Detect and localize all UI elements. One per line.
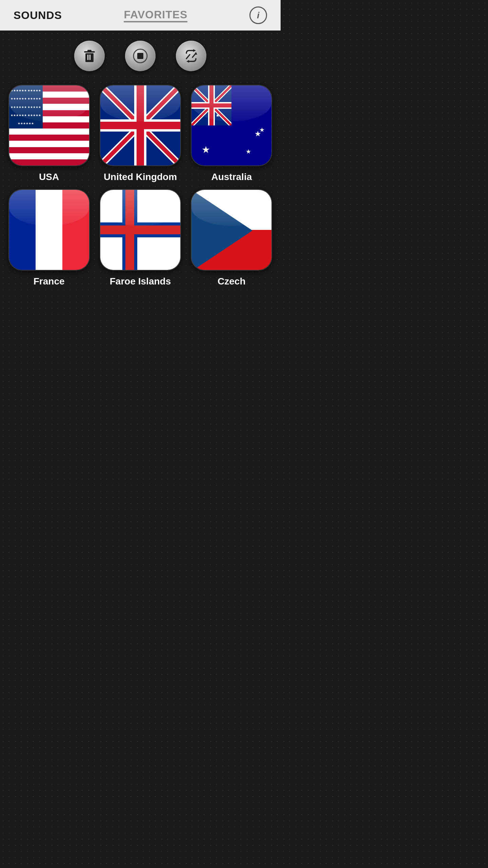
svg-marker-9 — [186, 60, 189, 63]
svg-marker-10 — [195, 52, 197, 55]
info-button[interactable]: i — [249, 6, 267, 24]
tab-favorites[interactable]: FAVORITES — [124, 8, 187, 21]
flag-item-australia[interactable]: ★ ★ ★ ★ ★ Australia — [189, 85, 274, 182]
flag-label-france: France — [34, 276, 65, 287]
tab-sounds[interactable]: SOUNDS — [14, 9, 62, 22]
info-icon: i — [257, 10, 259, 21]
delete-button[interactable] — [74, 41, 105, 71]
flag-item-usa[interactable]: ★★★★★★ ★★★★★ ★★★★★★ ★★★★★ ★★★★★★ ★★★★★ ★… — [7, 85, 91, 182]
shuffle-button[interactable] — [176, 41, 206, 71]
flag-icon-usa: ★★★★★★ ★★★★★ ★★★★★★ ★★★★★ ★★★★★★ ★★★★★ ★… — [8, 85, 90, 166]
flag-icon-australia: ★ ★ ★ ★ ★ — [191, 85, 272, 166]
flag-item-czech[interactable]: Czech — [189, 189, 274, 287]
flag-icon-faroe — [100, 189, 181, 271]
flag-label-usa: USA — [39, 172, 59, 182]
svg-rect-1 — [87, 50, 92, 52]
flag-label-australia: Australia — [211, 172, 252, 182]
flag-label-uk: United Kingdom — [104, 172, 177, 182]
header: SOUNDS FAVORITES i — [0, 0, 281, 31]
flag-label-faroe: Faroe Islands — [110, 276, 171, 287]
favorites-underline — [124, 21, 187, 22]
flag-item-france[interactable]: France — [7, 189, 91, 287]
flag-icon-france — [8, 189, 90, 271]
flag-icon-czech — [191, 189, 272, 271]
svg-rect-3 — [87, 55, 88, 60]
stop-button[interactable] — [125, 41, 156, 71]
toolbar — [0, 31, 281, 78]
svg-marker-8 — [193, 49, 196, 52]
flag-label-czech: Czech — [218, 276, 245, 287]
flag-icon-uk — [100, 85, 181, 166]
svg-rect-4 — [89, 55, 90, 60]
flag-item-faroe[interactable]: Faroe Islands — [98, 189, 182, 287]
flag-grid: ★★★★★★ ★★★★★ ★★★★★★ ★★★★★ ★★★★★★ ★★★★★ ★… — [0, 78, 281, 294]
flag-item-uk[interactable]: United Kingdom — [98, 85, 182, 182]
svg-rect-7 — [137, 53, 143, 59]
tab-favorites-container: FAVORITES — [124, 8, 187, 22]
